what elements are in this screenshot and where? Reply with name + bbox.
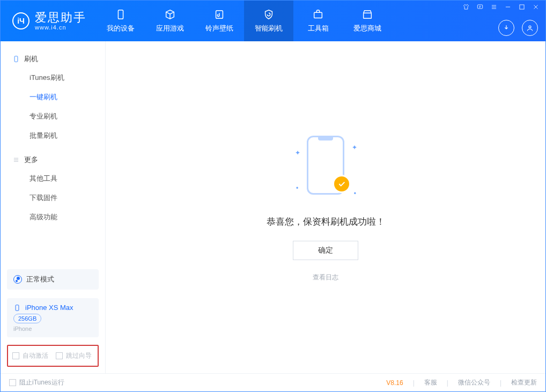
svg-rect-4 <box>477 5 482 9</box>
sidebar-group-more: 更多 <box>1 151 105 169</box>
device-capacity: 256GB <box>13 314 41 323</box>
support-link[interactable]: 客服 <box>424 378 437 387</box>
sidebar-item-advanced[interactable]: 高级功能 <box>1 208 105 227</box>
nav-label: 我的设备 <box>107 24 135 33</box>
download-button[interactable] <box>498 20 514 36</box>
nav-label: 智能刷机 <box>255 24 283 33</box>
divider: | <box>413 379 415 387</box>
account-button[interactable] <box>522 20 538 36</box>
nav-device[interactable]: 我的设备 <box>96 1 145 41</box>
maximize-icon[interactable] <box>518 3 526 11</box>
nav-label: 铃声壁纸 <box>205 24 233 33</box>
sparkle-icon: • <box>296 184 298 192</box>
checkbox-icon <box>12 352 19 359</box>
svg-point-6 <box>529 26 531 28</box>
mode-box[interactable]: 正常模式 <box>7 269 99 290</box>
device-type: iPhone <box>13 326 92 332</box>
svg-rect-5 <box>520 5 524 9</box>
close-icon[interactable] <box>532 3 540 11</box>
wechat-link[interactable]: 微信公众号 <box>458 378 490 387</box>
mode-label: 正常模式 <box>26 275 54 284</box>
menu-icon[interactable] <box>490 3 498 11</box>
checkbox-label: 跳过向导 <box>66 351 92 360</box>
note-icon <box>213 9 225 20</box>
sidebar-item-label: 高级功能 <box>29 212 57 222</box>
device-box[interactable]: iPhone XS Max 256GB iPhone <box>7 298 99 337</box>
brand-logo-icon: iЧ <box>12 12 29 29</box>
svg-rect-0 <box>118 10 123 19</box>
svg-rect-8 <box>16 305 19 310</box>
checkbox-label: 阻止iTunes运行 <box>19 378 64 387</box>
sidebar-item-pro[interactable]: 专业刷机 <box>1 107 105 126</box>
nav-ringtones[interactable]: 铃声壁纸 <box>195 1 244 41</box>
nav-toolbox[interactable]: 工具箱 <box>293 1 343 41</box>
body: 刷机 iTunes刷机 一键刷机 专业刷机 批量刷机 更多 其他工具 下载固件 … <box>1 41 545 373</box>
sidebar: 刷机 iTunes刷机 一键刷机 专业刷机 批量刷机 更多 其他工具 下载固件 … <box>1 41 106 373</box>
phone-icon <box>115 9 127 20</box>
success-graphic: ✦ ✦ • • <box>296 133 355 203</box>
sidebar-item-itunes[interactable]: iTunes刷机 <box>1 68 105 87</box>
device-icon <box>13 304 21 312</box>
success-message: 恭喜您，保资料刷机成功啦！ <box>267 216 385 228</box>
checkbox-icon <box>56 352 63 359</box>
sidebar-item-label: 专业刷机 <box>29 112 57 121</box>
footer: 阻止iTunes运行 V8.16 | 客服 | 微信公众号 | 检查更新 <box>1 373 545 391</box>
sidebar-item-label: 下载固件 <box>29 193 57 203</box>
sparkle-icon: ✦ <box>352 144 357 151</box>
checkbox-label: 自动激活 <box>23 351 48 360</box>
nav-store[interactable]: 爱思商城 <box>343 1 392 41</box>
nav-label: 爱思商城 <box>353 24 381 33</box>
skip-guide-checkbox[interactable]: 跳过向导 <box>56 351 92 360</box>
feedback-icon[interactable] <box>476 3 484 11</box>
svg-rect-7 <box>14 56 18 62</box>
nav-flash[interactable]: 智能刷机 <box>244 1 293 41</box>
sidebar-item-batch[interactable]: 批量刷机 <box>1 126 105 145</box>
store-icon <box>361 9 373 20</box>
sidebar-item-label: 批量刷机 <box>29 131 57 140</box>
shirt-icon[interactable] <box>462 3 470 11</box>
options-highlight-box: 自动激活 跳过向导 <box>7 345 99 367</box>
header-actions <box>498 20 538 36</box>
sparkle-icon: ✦ <box>295 149 300 157</box>
divider: | <box>447 379 448 387</box>
list-icon <box>12 156 20 164</box>
sidebar-item-label: 其他工具 <box>29 174 57 183</box>
sidebar-item-other[interactable]: 其他工具 <box>1 169 105 188</box>
header: iЧ 爱思助手 www.i4.cn 我的设备 应用游戏 铃声壁纸 智能刷机 工具… <box>1 1 545 41</box>
checkbox-icon <box>9 379 16 386</box>
cube-icon <box>164 9 176 20</box>
ok-button[interactable]: 确定 <box>293 241 358 260</box>
sidebar-item-firmware[interactable]: 下载固件 <box>1 188 105 208</box>
svg-rect-3 <box>364 13 372 18</box>
brand: iЧ 爱思助手 www.i4.cn <box>1 1 96 41</box>
version-label: V8.16 <box>386 379 403 387</box>
check-update-link[interactable]: 检查更新 <box>511 378 537 387</box>
sidebar-item-label: 一键刷机 <box>29 92 57 102</box>
sparkle-icon: • <box>354 190 356 197</box>
toolbox-icon <box>312 9 324 20</box>
nav-label: 应用游戏 <box>156 24 184 33</box>
brand-url: www.i4.cn <box>35 24 86 31</box>
sidebar-item-label: iTunes刷机 <box>29 73 64 83</box>
svg-rect-2 <box>314 12 322 18</box>
auto-activate-checkbox[interactable]: 自动激活 <box>12 351 48 360</box>
nav-apps[interactable]: 应用游戏 <box>145 1 195 41</box>
sidebar-group-label: 刷机 <box>24 54 38 64</box>
block-itunes-checkbox[interactable]: 阻止iTunes运行 <box>9 378 64 387</box>
phone-outline-icon <box>12 55 20 63</box>
nav-label: 工具箱 <box>308 24 329 33</box>
sidebar-item-onekey[interactable]: 一键刷机 <box>1 87 105 107</box>
sidebar-group-flash: 刷机 <box>1 50 105 68</box>
shield-rotate-icon <box>263 9 275 20</box>
window-controls <box>462 3 540 11</box>
main-panel: ✦ ✦ • • 恭喜您，保资料刷机成功啦！ 确定 查看日志 <box>106 41 545 373</box>
view-log-link[interactable]: 查看日志 <box>313 273 338 282</box>
normal-mode-icon <box>13 275 22 284</box>
sidebar-group-label: 更多 <box>24 155 38 165</box>
divider: | <box>500 379 501 387</box>
minimize-icon[interactable] <box>504 3 512 11</box>
device-name: iPhone XS Max <box>25 304 73 312</box>
brand-text: 爱思助手 www.i4.cn <box>35 11 86 31</box>
top-nav: 我的设备 应用游戏 铃声壁纸 智能刷机 工具箱 爱思商城 <box>96 1 392 41</box>
brand-name: 爱思助手 <box>35 11 86 24</box>
